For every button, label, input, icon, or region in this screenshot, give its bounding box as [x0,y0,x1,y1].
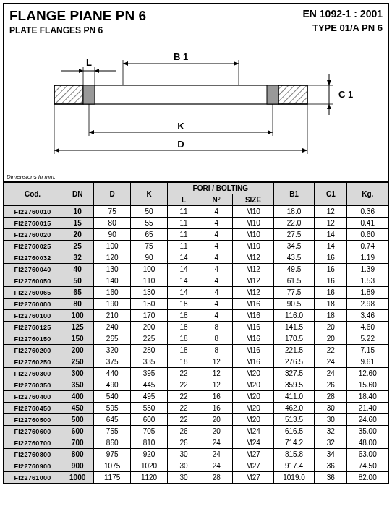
cell-c1: 24 [315,368,347,379]
diagram-area: B 1 L C 1 K [4,38,388,182]
svg-marker-31 [54,148,59,153]
label-d: D [177,139,184,150]
table-row: FI227604004005404952216M20411.02818.40 [4,391,388,403]
cell-cod: FI22760450 [4,403,61,414]
table-row: FI2276005050140110144M1261.5161.53 [4,275,388,287]
cell-kg: 0.60 [347,229,388,241]
cell-d: 90 [94,229,131,241]
cell-size: M12 [233,252,273,264]
svg-marker-32 [302,148,307,153]
cell-size: M20 [233,403,273,414]
flange-diagram: B 1 L C 1 K [4,38,387,176]
cell-d: 80 [94,218,131,229]
cell-size: M27 [233,472,273,484]
table-row: FI22760010107550114M1018.0120.36 [4,206,388,218]
cell-l: 22 [167,379,200,391]
table-row: FI2276008080190150184M1690.5182.98 [4,299,388,310]
cell-cod: FI22760020 [4,229,61,241]
cell-l: 22 [167,368,200,379]
cell-k: 65 [131,229,168,241]
cell-d: 755 [94,426,131,437]
cell-l: 18 [167,299,200,310]
cell-dn: 300 [61,368,94,379]
cell-k: 705 [131,426,168,437]
spec-table: Cod. DN D K FORI / BOLTING B1 C1 Kg. L N… [4,182,388,484]
standard-ref: EN 1092-1 : 2001 [302,8,383,20]
cell-l: 30 [167,472,200,484]
cell-b1: 411.0 [273,391,314,403]
header-right: EN 1092-1 : 2001 TYPE 01/A PN 6 [302,8,383,35]
cell-l: 14 [167,252,200,264]
th-l: L [167,194,200,206]
cell-c1: 32 [315,426,347,437]
cell-d: 375 [94,356,131,368]
cell-n: 20 [200,414,233,426]
table-row: FI22760015158055114M1022.0120.41 [4,218,388,229]
cell-dn: 1000 [61,472,94,484]
cell-dn: 20 [61,229,94,241]
cell-k: 170 [131,310,168,322]
cell-l: 18 [167,345,200,356]
cell-n: 4 [200,241,233,252]
cell-b1: 49.5 [273,264,314,275]
cell-c1: 16 [315,264,347,275]
cell-d: 440 [94,368,131,379]
cell-size: M16 [233,322,273,333]
cell-c1: 12 [315,206,347,218]
header: FLANGE PIANE PN 6 PLATE FLANGES PN 6 EN … [4,4,388,38]
cell-k: 335 [131,356,168,368]
cell-n: 12 [200,368,233,379]
cell-size: M12 [233,287,273,299]
cell-kg: 5.22 [347,333,388,345]
cell-n: 4 [200,206,233,218]
table-row: FI227600323212090144M1243.5161.19 [4,252,388,264]
cell-dn: 80 [61,299,94,310]
label-k: K [177,121,184,132]
cell-dn: 10 [61,206,94,218]
cell-size: M10 [233,241,273,252]
type-ref: TYPE 01/A PN 6 [302,22,383,33]
cell-dn: 65 [61,287,94,299]
cell-d: 120 [94,252,131,264]
cell-cod: FI22760080 [4,299,61,310]
th-c1: C1 [315,183,347,206]
cell-size: M16 [233,356,273,368]
table-row: FI227607007008608102624M24714.23248.00 [4,437,388,449]
cell-k: 50 [131,206,168,218]
title-italian: FLANGE PIANE PN 6 [9,8,146,24]
cell-c1: 30 [315,414,347,426]
cell-k: 810 [131,437,168,449]
svg-rect-2 [54,85,83,104]
cell-cod: FI22760500 [4,414,61,426]
cell-dn: 100 [61,310,94,322]
table-row: FI227604504505955502216M20462.03021.40 [4,403,388,414]
cell-b1: 43.5 [273,252,314,264]
svg-marker-8 [234,61,239,66]
cell-size: M24 [233,426,273,437]
svg-rect-5 [267,85,278,104]
cell-size: M20 [233,379,273,391]
label-l: L [86,57,92,68]
table-row: FI227610001000117511203028M271019.03682.… [4,472,388,484]
cell-k: 550 [131,403,168,414]
cell-l: 26 [167,426,200,437]
cell-c1: 36 [315,472,347,484]
cell-kg: 15.60 [347,379,388,391]
cell-dn: 700 [61,437,94,449]
dimensions-note: Dimensions in mm. [7,173,56,180]
th-d: D [94,183,131,206]
cell-k: 110 [131,275,168,287]
cell-c1: 36 [315,460,347,472]
cell-d: 540 [94,391,131,403]
cell-n: 8 [200,333,233,345]
cell-b1: 90.5 [273,299,314,310]
cell-d: 190 [94,299,131,310]
cell-kg: 35.00 [347,426,388,437]
cell-k: 200 [131,322,168,333]
cell-l: 18 [167,333,200,345]
cell-n: 16 [200,391,233,403]
cell-size: M20 [233,368,273,379]
cell-l: 18 [167,310,200,322]
cell-l: 30 [167,449,200,460]
cell-k: 280 [131,345,168,356]
